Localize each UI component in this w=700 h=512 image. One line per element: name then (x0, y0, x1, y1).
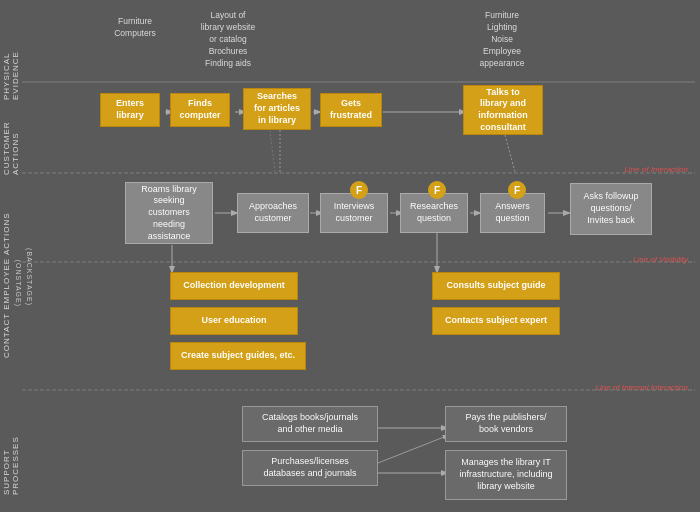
svg-line-26 (505, 135, 515, 172)
support-box-purchases: Purchases/licensesdatabases and journals (242, 450, 378, 486)
pe-furniture-lighting: FurnitureLightingNoiseEmployeeappearance (462, 10, 542, 69)
backstage-box-create-guides: Create subject guides, etc. (170, 342, 306, 370)
onstage-box-researches: Researchesquestion (400, 193, 468, 233)
line-of-interaction-label: Line of Interaction (624, 165, 688, 174)
onstage-box-roams: Roams libraryseekingcustomersneedingassi… (125, 182, 213, 244)
label-physical-evidence: PHYSICAL EVIDENCE (2, 20, 20, 100)
line-of-visibility-label: Line of Visibility (633, 255, 688, 264)
support-box-pays-publishers: Pays the publishers/book vendors (445, 406, 567, 442)
svg-line-24 (378, 435, 449, 463)
onstage-box-approaches: Approachescustomer (237, 193, 309, 233)
customer-box-gets-frustrated: Getsfrustrated (320, 93, 382, 127)
backstage-box-user-education: User education (170, 307, 298, 335)
backstage-box-contacts-expert: Contacts subject expert (432, 307, 560, 335)
customer-box-talks-consultant: Talks tolibrary andinformationconsultant (463, 85, 543, 135)
onstage-box-interviews: Interviewscustomer (320, 193, 388, 233)
pe-furniture-computers: FurnitureComputers (100, 16, 170, 40)
line-of-internal-interaction-label: Line of Internal Interaction (595, 383, 688, 392)
customer-box-searches: Searchesfor articlesin library (243, 88, 311, 130)
label-contact-employee: CONTACT EMPLOYEE ACTIONS (Onstage) (Back… (2, 185, 33, 385)
circle-f-2: F (428, 181, 446, 199)
support-box-catalogs: Catalogs books/journalsand other media (242, 406, 378, 442)
customer-box-enters-library: Enterslibrary (100, 93, 160, 127)
circle-f-3: F (508, 181, 526, 199)
circle-f-1: F (350, 181, 368, 199)
customer-box-finds-computer: Findscomputer (170, 93, 230, 127)
pe-layout-catalog: Layout oflibrary websiteor catalogBrochu… (188, 10, 268, 69)
backstage-box-consults-guide: Consults subject guide (432, 272, 560, 300)
backstage-box-collection-dev: Collection development (170, 272, 298, 300)
onstage-box-followup: Asks followupquestions/Invites back (570, 183, 652, 235)
label-customer-actions: CUSTOMER ACTIONS (2, 95, 20, 175)
onstage-box-answers: Answersquestion (480, 193, 545, 233)
support-box-manages-it: Manages the library ITinfrastructure, in… (445, 450, 567, 500)
label-support-processes: SUPPORT PROCESSES (2, 405, 20, 495)
svg-line-27 (270, 131, 275, 172)
